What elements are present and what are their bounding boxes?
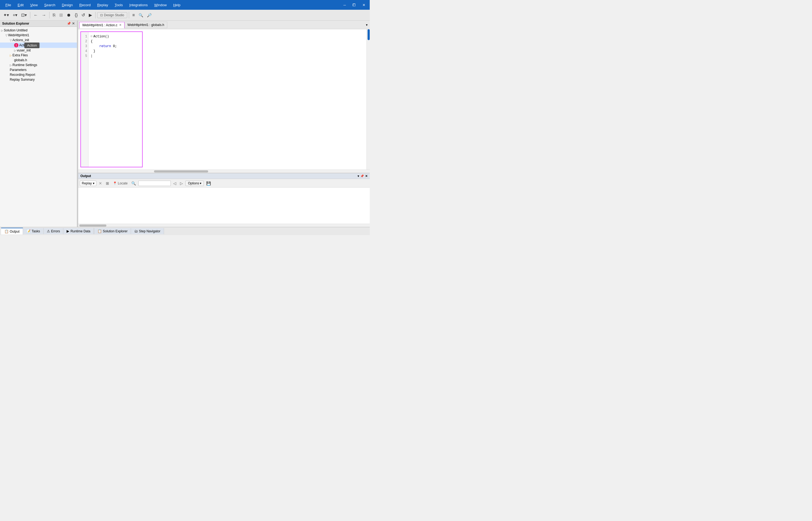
magic-button[interactable]: ✦▾ [2, 12, 10, 19]
menu-view[interactable]: View [27, 1, 41, 9]
bottom-tab-errors[interactable]: ⚠ Errors [44, 228, 64, 234]
menu-help[interactable]: Help [170, 1, 184, 9]
play-button[interactable]: ▶ [87, 12, 94, 19]
sidebar-pin-button[interactable]: 📌 [67, 22, 71, 25]
window-maximize[interactable]: ⧠ [350, 1, 358, 9]
output-prev-button[interactable]: ◁ [172, 181, 177, 186]
tree-expand-icon: ▷ [1, 29, 3, 32]
add-button[interactable]: +▾ [11, 12, 19, 19]
tab-step-navigator[interactable]: 📋 Solution Explorer [94, 228, 131, 234]
design-studio-button[interactable]: ⊡ Design Studio [97, 12, 127, 18]
output-close-button[interactable]: ✕ [365, 174, 367, 178]
editor-tab-close-icon[interactable]: ✕ [119, 23, 121, 27]
sidebar-header: Solution Explorer 📌 ✕ [0, 21, 77, 27]
tree-item-label: globals.h [14, 58, 27, 62]
tab-solution-explorer[interactable]: 🗂 Step Navigator [131, 228, 164, 234]
output-hscrollbar[interactable] [78, 224, 370, 227]
tasks-tab-label: Tasks [32, 229, 40, 233]
menu-search[interactable]: Search [41, 1, 58, 9]
code-line-2: { [91, 39, 140, 44]
output-options-button[interactable]: Options ▾ [185, 181, 204, 186]
bottom-tab-tasks[interactable]: 📝 Tasks [23, 228, 44, 234]
editor-area: WebHttpHtml1 : Action.c ✕ WebHttpHtml1 :… [78, 21, 370, 227]
output-grid-button[interactable]: ⊞ [104, 181, 111, 186]
tree-item-replay-summary[interactable]: Replay Summary [0, 77, 77, 82]
editor-tab-action[interactable]: WebHttpHtml1 : Action.c ✕ [79, 22, 124, 28]
menu-file[interactable]: File [2, 1, 14, 9]
tree-expand-icon: ▷ [10, 64, 12, 67]
sidebar-close-button[interactable]: ✕ [72, 22, 75, 25]
sidebar-title: Solution Explorer [2, 22, 29, 25]
errors-tab-label: Errors [51, 229, 60, 233]
tree-item-label: Extra Files [13, 53, 28, 57]
bottom-tabs: 📋 Output 📝 Tasks ⚠ Errors ▶ Runtime Data… [0, 227, 370, 235]
output-next-button[interactable]: ▷ [178, 181, 184, 186]
active-file-panel: ✏ 1 2 3 4 5 ⊟ Action() [80, 31, 143, 167]
record-button[interactable]: ⏺ [65, 12, 73, 19]
locate-icon: 📍 [113, 181, 117, 185]
forward-button[interactable]: → [40, 12, 48, 19]
window-minimize[interactable]: ─ [341, 1, 348, 9]
tree-item-solution[interactable]: ▷ Solution Untitled [0, 28, 77, 33]
menu-replay[interactable]: Replay [94, 1, 111, 9]
output-content [78, 188, 370, 224]
code-text: { [91, 39, 93, 44]
tree-item-extra-files[interactable]: ▷ Extra Files [0, 53, 77, 58]
code-text: Action() [93, 34, 109, 39]
code-text: 0; [111, 44, 117, 49]
editor-right-scrollbar[interactable] [366, 29, 370, 169]
menu-record[interactable]: Record [76, 1, 94, 9]
tree-item-label: Solution Untitled [4, 28, 27, 32]
action-badge: 1 [14, 43, 18, 47]
main-layout: Solution Explorer 📌 ✕ ▷ Solution Untitle… [0, 21, 370, 227]
window-close[interactable]: ✕ [360, 1, 367, 9]
solution-explorer-icon: 🗂 [134, 229, 138, 233]
tree-item-recording-report[interactable]: Recording Report [0, 72, 77, 77]
design-studio-icon: ⊡ [100, 13, 103, 17]
sidebar-content: ▷ Solution Untitled ▽ WebHttpHtml1 ▽ Act… [0, 27, 77, 227]
tree-item-label: Parameters [10, 68, 26, 72]
code-lines: ⊟ Action() { return 0; [89, 32, 142, 167]
tree-item-project[interactable]: ▽ WebHttpHtml1 [0, 33, 77, 38]
runtime-tab-label: Runtime Data [70, 229, 90, 233]
menu-integrations[interactable]: Integrations [126, 1, 151, 9]
tree-expand-icon: ▽ [5, 34, 7, 37]
runtime-tab-icon: ▶ [67, 229, 69, 233]
tree-item-action[interactable]: 1 Action Action [0, 43, 77, 48]
tree-item-actions-init[interactable]: ▽ Actions_init [0, 38, 77, 43]
editor-hscrollbar[interactable] [78, 169, 370, 173]
bottom-tab-runtime-data[interactable]: ▶ Runtime Data [63, 228, 94, 234]
output-filter-dropdown[interactable]: Replay ▾ [80, 181, 96, 186]
design-studio-label: Design Studio [104, 13, 124, 17]
list-button[interactable]: ≡ [131, 12, 137, 19]
menu-window[interactable]: Window [151, 1, 170, 9]
zoom-in-button[interactable]: 🔍 [137, 12, 145, 18]
zoom-out-button[interactable]: 🔎 [145, 12, 153, 18]
editor-tab-globals[interactable]: WebHttpHtml1 : globals.h [124, 22, 167, 28]
loop-button[interactable]: ↺ [80, 12, 87, 19]
output-hscrollbar-thumb [79, 225, 106, 227]
tree-item-parameters[interactable]: Parameters [0, 67, 77, 72]
tree-item-runtime-settings[interactable]: ▷ Runtime Settings [0, 63, 77, 67]
output-pin-button[interactable]: 📌 [360, 174, 364, 178]
tree-item-label: Actions_init [13, 38, 29, 42]
output-search-button[interactable]: 🔍 [130, 181, 137, 186]
bottom-tab-output[interactable]: 📋 Output [1, 228, 23, 234]
braces-button[interactable]: {} [73, 12, 79, 19]
output-dropdown-arrow[interactable]: ▾ [358, 174, 359, 178]
output-locate-button[interactable]: 📍 Locate [112, 181, 129, 186]
code-line-1: ⊟ Action() [91, 34, 140, 39]
stop-button[interactable]: ⊞ [58, 12, 65, 19]
tree-item-globals[interactable]: globals.h [0, 58, 77, 63]
menu-tools[interactable]: Tools [111, 1, 126, 9]
tree-item-vuser-init[interactable]: ▷ vuser_init [0, 48, 77, 53]
menu-design[interactable]: Design [59, 1, 76, 9]
back-button[interactable]: ← [32, 12, 40, 19]
copy-button[interactable]: ⎘ [51, 12, 57, 19]
template-button[interactable]: ⊡▾ [20, 12, 28, 19]
output-clear-button[interactable]: ✕ [97, 181, 103, 186]
output-search-input[interactable] [138, 181, 171, 186]
editor-tabs-dropdown[interactable]: ▾ [365, 22, 369, 28]
output-save-button[interactable]: 💾 [205, 181, 212, 186]
menu-edit[interactable]: Edit [14, 1, 27, 9]
